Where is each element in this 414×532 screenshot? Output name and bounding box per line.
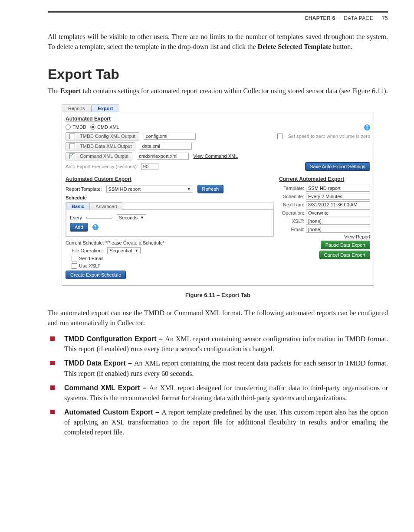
running-header: CHAPTER 6 ▫ DATA PAGE 75 — [48, 13, 388, 32]
chk-command-xml[interactable] — [69, 153, 75, 159]
section-heading: Export Tab — [48, 66, 388, 82]
cur-template: SSM HD report — [306, 185, 370, 192]
chk-send-email[interactable] — [72, 256, 77, 261]
view-command-xml-link[interactable]: View Command XML — [193, 153, 238, 159]
add-button[interactable]: Add — [70, 223, 88, 232]
current-automated-export-title: Current Automated Export — [279, 176, 370, 182]
chapter-label: CHAPTER 6 — [305, 15, 335, 21]
report-template-select[interactable]: SSM HD report▼ — [106, 186, 193, 193]
tab-export[interactable]: Export — [92, 104, 120, 112]
export-intro: The Export tab contains settings for aut… — [48, 86, 388, 96]
file-operation-select[interactable]: Sequential ▼ — [107, 247, 141, 254]
page-number: 75 — [375, 15, 388, 21]
command-xml-input[interactable]: cmdxmlexport.xml — [137, 153, 189, 160]
cur-xslt: [none] — [306, 218, 370, 225]
cur-schedule: Every 2 Minutes — [306, 193, 370, 200]
radio-tmdd[interactable] — [66, 124, 71, 130]
section-label: DATA PAGE — [344, 15, 373, 21]
cancel-data-export-button[interactable]: Cancel Data Export — [319, 251, 370, 259]
list-item: TMDD Configuration Export – An XML repor… — [60, 334, 388, 354]
tmdd-config-input[interactable]: config.xml — [144, 133, 196, 140]
chk-tmdd-config[interactable] — [69, 134, 75, 139]
freq-label: Auto Export Frequency (seconds) — [66, 164, 137, 169]
bullet-list: TMDD Configuration Export – An XML repor… — [48, 334, 388, 437]
list-item: TMDD Data Export – An XML report contain… — [60, 358, 388, 378]
every-unit-select[interactable]: Seconds ▼ — [117, 214, 146, 221]
custom-export-title: Automated Custom Export — [66, 176, 274, 182]
tab-basic[interactable]: Basic — [66, 202, 90, 210]
radio-cmd-xml[interactable] — [90, 124, 95, 130]
list-item: Command XML Export – An XML report desig… — [60, 383, 388, 403]
chk-set-speed[interactable] — [277, 134, 283, 139]
every-input[interactable] — [86, 217, 112, 219]
create-export-schedule-button[interactable]: Create Export Schedule — [66, 271, 126, 279]
figure-screenshot: Reports Export Automated Export TMDD CMD… — [62, 104, 374, 286]
help-icon[interactable]: ? — [364, 124, 370, 131]
refresh-button[interactable]: Refresh — [197, 185, 224, 193]
figure-caption: Figure 6.11 – Export Tab — [48, 292, 388, 298]
cur-nextrun: 8/31/2012 11:36:00 AM — [306, 201, 370, 208]
cur-operation: Overwrite — [306, 209, 370, 216]
cur-email: [none] — [306, 226, 370, 233]
current-schedule-text: Current Schedule: *Please Create a Sched… — [66, 240, 274, 245]
pause-data-export-button[interactable]: Pause Data Export — [321, 241, 370, 249]
tab-advanced[interactable]: Advanced — [90, 202, 122, 210]
post-figure-paragraph: The automated export can use the TMDD or… — [48, 308, 388, 328]
list-item: Automated Custom Export – A report templ… — [60, 407, 388, 437]
file-operation-label: File Operation: — [72, 248, 103, 253]
intro-paragraph: All templates will be visible to other u… — [48, 32, 388, 52]
help-icon[interactable]: ? — [92, 224, 99, 230]
chk-use-xslt[interactable] — [72, 263, 77, 269]
save-auto-export-button[interactable]: Save Auto Export Settings — [305, 162, 370, 171]
tab-reports[interactable]: Reports — [62, 104, 92, 112]
view-report-link[interactable]: View Report — [344, 234, 370, 239]
chk-tmdd-data[interactable] — [69, 144, 75, 149]
automated-export-title: Automated Export — [66, 116, 370, 122]
freq-input[interactable]: 90 — [141, 163, 158, 170]
every-label: Every — [70, 215, 82, 220]
report-template-label: Report Template: — [66, 186, 102, 192]
schedule-title: Schedule — [66, 195, 274, 200]
tmdd-data-input[interactable]: data.xml — [140, 143, 192, 150]
